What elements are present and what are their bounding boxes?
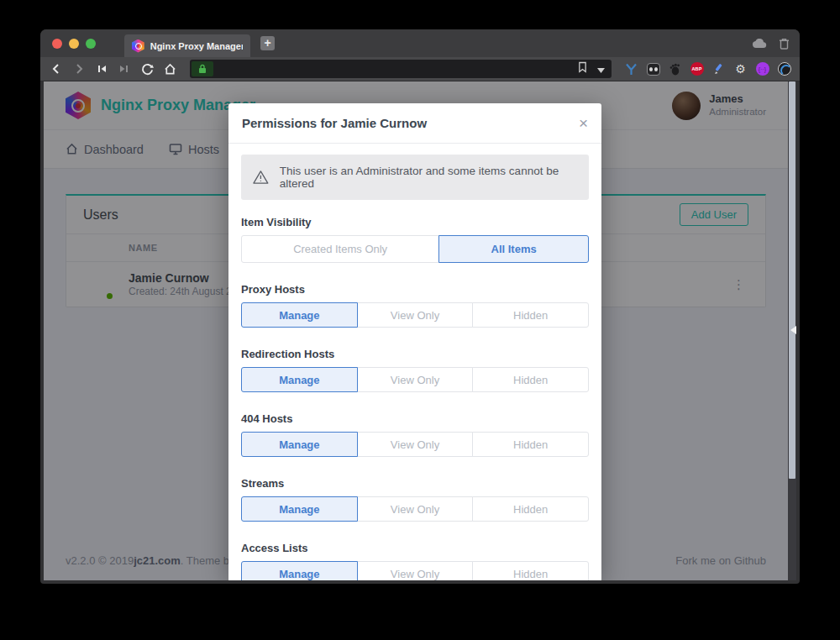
option-view-only[interactable]: View Only [357,432,474,457]
permission-section-label: Proxy Hosts [241,283,589,296]
option-hidden[interactable]: Hidden [472,302,589,328]
warning-triangle-icon [253,170,269,185]
bookmark-dropdown-icon[interactable] [597,61,605,76]
ssl-lock-icon[interactable] [192,61,213,76]
permission-section: Proxy Hosts ManageView OnlyHidden [241,283,589,328]
browser-tab-bar: Nginx Proxy Manager + [40,29,800,57]
visibility-options: Created Items OnlyAll Items [241,235,589,263]
option-view-only[interactable]: View Only [357,302,474,328]
option-hidden[interactable]: Hidden [472,496,589,522]
permission-section-label: Redirection Hosts [241,348,589,360]
mask-extension-icon[interactable] [646,62,660,76]
admin-warning-alert: This user is an Administrator and some i… [241,155,589,200]
permission-section: Streams ManageView OnlyHidden [241,477,589,522]
option-hidden[interactable]: Hidden [472,367,589,392]
permission-section: 404 Hosts ManageView OnlyHidden [241,412,589,457]
tab-favicon-icon [132,39,144,53]
option-hidden[interactable]: Hidden [472,561,589,580]
new-tab-button[interactable]: + [260,36,275,50]
permission-options: ManageView OnlyHidden [241,496,589,522]
admin-warning-text: This user is an Administrator and some i… [280,165,577,190]
permissions-modal: Permissions for Jamie Curnow × This user… [228,103,601,580]
option-manage[interactable]: Manage [241,367,358,392]
bookmark-icon[interactable] [578,61,587,76]
browser-toolbar: ABP ⚙ {··} [40,57,800,81]
permission-section-label: 404 Hosts [241,412,589,425]
rewind-icon[interactable] [94,61,109,76]
panel-toggle-icon[interactable] [790,326,796,334]
option-manage[interactable]: Manage [241,432,358,457]
maximize-window-button[interactable] [86,39,96,49]
permission-options: ManageView OnlyHidden [241,302,589,328]
forward-icon[interactable] [71,61,87,76]
option-view-only[interactable]: View Only [357,561,474,580]
sync-cloud-icon[interactable] [752,39,767,49]
option-manage[interactable]: Manage [241,496,358,522]
permission-options: ManageView OnlyHidden [241,432,589,457]
address-bar[interactable] [190,60,612,78]
desktop-background: Nginx Proxy Manager + [0,0,840,640]
option-hidden[interactable]: Hidden [472,432,589,457]
web-viewport: Nginx Proxy Manager James Administrator … [44,81,796,580]
reload-icon[interactable] [139,61,155,76]
option-all-items[interactable]: All Items [438,235,589,263]
adblock-plus-icon[interactable]: ABP [690,62,704,76]
permission-sections: Proxy Hosts ManageView OnlyHidden Redire… [241,283,589,580]
proxy-switch-extension-icon[interactable] [624,62,638,76]
modal-header: Permissions for Jamie Curnow × [228,103,601,144]
pen-extension-icon[interactable] [711,62,726,76]
close-icon[interactable]: × [579,118,588,129]
option-manage[interactable]: Manage [241,561,358,580]
modal-body: This user is an Administrator and some i… [228,144,601,580]
scrollbar-thumb[interactable] [789,81,795,479]
gnome-foot-extension-icon[interactable] [668,62,682,76]
option-created-items-only[interactable]: Created Items Only [241,235,439,263]
item-visibility-label: Item Visibility [241,216,589,228]
permission-section: Access Lists ManageView OnlyHidden [241,542,589,580]
permission-section-label: Streams [241,477,589,490]
privacy-extension-icon[interactable] [777,62,791,76]
close-window-button[interactable] [52,39,62,49]
browser-tab[interactable]: Nginx Proxy Manager [124,34,250,57]
fast-forward-icon[interactable] [117,61,132,76]
trash-icon[interactable] [779,38,790,50]
option-view-only[interactable]: View Only [357,496,474,522]
back-icon[interactable] [49,61,64,76]
permission-options: ManageView OnlyHidden [241,561,589,580]
permission-section: Redirection Hosts ManageView OnlyHidden [241,348,589,392]
purple-bot-extension-icon[interactable]: {··} [755,62,769,76]
permission-options: ManageView OnlyHidden [241,367,589,392]
permission-section-label: Access Lists [241,542,589,554]
settings-extension-icon[interactable]: ⚙ [733,62,748,76]
minimize-window-button[interactable] [69,39,79,49]
option-view-only[interactable]: View Only [357,367,474,392]
browser-window: Nginx Proxy Manager + [40,29,800,584]
home-icon[interactable] [162,61,177,76]
option-manage[interactable]: Manage [241,302,358,328]
modal-title: Permissions for Jamie Curnow [242,116,427,130]
tab-title: Nginx Proxy Manager [150,41,243,51]
